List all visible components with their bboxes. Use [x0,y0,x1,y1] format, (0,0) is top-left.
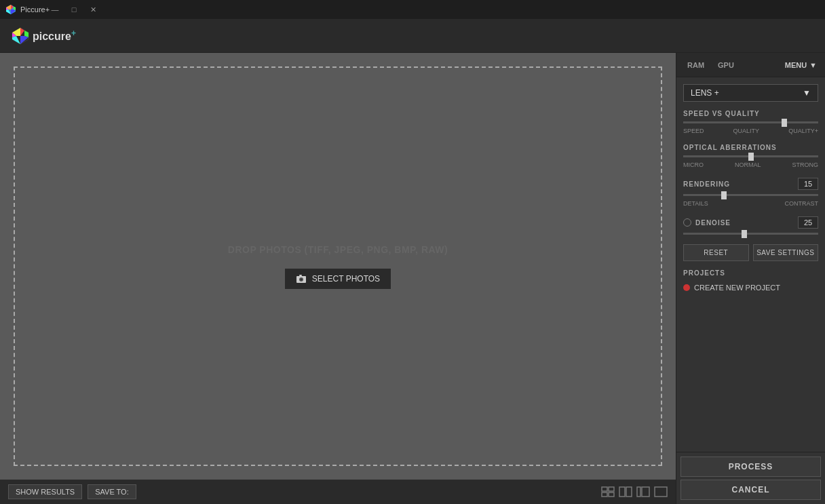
process-button[interactable]: PROCESS [680,457,821,477]
svg-marker-13 [12,36,20,44]
save-settings-button[interactable]: SAVE SETTINGS [753,244,819,261]
main-area: DROP PHOTOS (TIFF, JPEG, PNG, BMP, RAW) … [0,53,825,504]
denoise-value[interactable]: 25 [798,216,818,229]
single-panel-icon[interactable] [636,486,650,497]
grid-2x2-icon[interactable] [601,486,615,497]
rendering-label: RENDERING [683,180,730,188]
right-bottom: PROCESS CANCEL [676,452,825,504]
create-project-label: CREATE NEW PROJECT [694,284,780,292]
cancel-button[interactable]: CANCEL [680,480,821,500]
close-button[interactable]: ✕ [88,5,98,14]
rendering-track[interactable] [683,194,818,196]
strong-label: STRONG [792,161,818,168]
save-to-button[interactable]: SAVE TO: [88,484,136,499]
quality-label: QUALITY [733,128,760,134]
projects-section: PROJECTS CREATE NEW PROJECT [683,269,818,294]
select-photos-label: SELECT PHOTOS [312,274,380,284]
optical-track[interactable] [683,155,818,157]
app-icon [5,4,16,15]
denoise-track[interactable] [683,233,818,235]
denoise-section: DENOISE 25 [683,216,818,235]
lens-dropdown[interactable]: LENS + ▼ [683,84,818,102]
gpu-mode-button[interactable]: GPU [715,60,737,71]
rendering-value[interactable]: 15 [798,178,818,190]
view-icons [601,486,668,497]
titlebar: Piccure+ — □ ✕ [0,0,825,19]
right-topbar: RAM GPU MENU ▼ [676,53,825,77]
two-column-icon[interactable] [619,486,632,497]
normal-label: NORMAL [735,161,761,168]
canvas-area: DROP PHOTOS (TIFF, JPEG, PNG, BMP, RAW) … [0,53,676,504]
denoise-radio[interactable] [683,218,691,227]
rendering-value-row: RENDERING 15 [683,178,818,190]
rendering-section: RENDERING 15 DETAILS CONTRAST [683,178,818,207]
reset-button[interactable]: RESET [683,244,749,261]
denoise-thumb[interactable] [742,230,747,238]
drop-text: DROP PHOTOS (TIFF, JPEG, PNG, BMP, RAW) [228,244,448,255]
bottom-left-controls: SHOW RESULTS SAVE TO: [8,484,136,499]
svg-rect-26 [655,487,667,497]
optical-aberrations-section: OPTICAL ABERRATIONS MICRO NORMAL STRONG [683,144,818,168]
create-project-item[interactable]: CREATE NEW PROJECT [683,281,818,294]
logo-text: piccure+ [33,28,76,43]
camera-icon [296,274,307,284]
menu-label: MENU [785,61,807,69]
svg-rect-25 [642,487,649,497]
denoise-row: DENOISE 25 [683,216,818,229]
menu-arrow-icon: ▼ [809,61,817,69]
speed-label: SPEED [683,128,704,134]
speed-quality-label: SPEED VS QUALITY [683,110,818,117]
menu-button[interactable]: MENU ▼ [785,61,817,69]
rendering-labels: DETAILS CONTRAST [683,200,818,207]
bottom-toolbar: SHOW RESULTS SAVE TO: [0,480,676,504]
window-controls: — □ ✕ [50,5,98,14]
svg-rect-21 [609,492,614,497]
optical-aberrations-label: OPTICAL ABERRATIONS [683,144,818,151]
svg-rect-22 [619,487,625,497]
svg-rect-17 [299,275,302,276]
right-panel: RAM GPU MENU ▼ LENS + ▼ SPEED VS QUALITY… [676,53,825,504]
rendering-thumb[interactable] [721,191,727,199]
optical-labels: MICRO NORMAL STRONG [683,161,818,168]
svg-rect-18 [602,487,607,491]
denoise-label: DENOISE [695,219,794,227]
details-label: DETAILS [683,200,708,207]
app-header: piccure+ [0,19,825,53]
quality-plus-label: QUALITY+ [788,128,818,134]
logo: piccure+ [11,26,76,45]
project-dot-icon [683,284,690,291]
svg-rect-24 [637,487,640,497]
speed-quality-thumb[interactable] [782,119,787,127]
show-results-button[interactable]: SHOW RESULTS [8,484,82,499]
action-buttons: RESET SAVE SETTINGS [683,244,818,261]
drop-zone[interactable]: DROP PHOTOS (TIFF, JPEG, PNG, BMP, RAW) … [14,66,662,466]
full-view-icon[interactable] [654,486,668,497]
svg-rect-23 [626,487,632,497]
lens-dropdown-arrow: ▼ [803,88,811,98]
minimize-button[interactable]: — [50,5,60,14]
lens-label: LENS + [691,88,719,98]
svg-rect-19 [609,487,614,491]
select-photos-button[interactable]: SELECT PHOTOS [285,269,391,289]
app-title: Piccure+ [20,5,50,14]
speed-quality-section: SPEED VS QUALITY SPEED QUALITY QUALITY+ [683,110,818,134]
speed-quality-labels: SPEED QUALITY QUALITY+ [683,128,818,134]
speed-quality-track[interactable] [683,121,818,123]
projects-label: PROJECTS [683,269,818,277]
svg-rect-20 [602,492,607,497]
maximize-button[interactable]: □ [69,5,79,14]
ram-mode-button[interactable]: RAM [685,60,707,71]
right-content: LENS + ▼ SPEED VS QUALITY SPEED QUALITY … [676,77,825,452]
svg-point-16 [300,278,302,280]
micro-label: MICRO [683,161,704,168]
logo-icon [11,26,30,45]
optical-thumb[interactable] [748,153,754,161]
logo-plus: + [71,28,76,38]
contrast-label: CONTRAST [785,200,819,207]
